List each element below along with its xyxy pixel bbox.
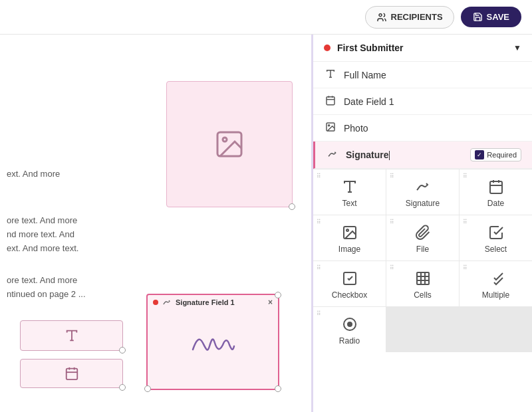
grid-date-label: Date (487, 199, 504, 208)
signature-header-icon (162, 298, 172, 307)
grid-cells-label: Cells (414, 290, 432, 300)
grid-date-icon (488, 179, 504, 195)
grid-text-icon (342, 179, 358, 195)
drag-handle-cells: ⠿ (390, 264, 394, 271)
grid-item-cells[interactable]: ⠿ Cells (386, 261, 459, 306)
drag-handle-file: ⠿ (390, 219, 394, 225)
svg-point-16 (329, 125, 330, 126)
sig-resize-bl[interactable] (144, 385, 151, 392)
svg-point-24 (346, 229, 348, 231)
grid-item-multiple[interactable]: ⠿ Multiple (460, 261, 532, 306)
svg-rect-11 (327, 97, 334, 105)
grid-item-file[interactable]: ⠿ File (386, 215, 459, 260)
recipients-icon (376, 12, 387, 23)
signature-icon (326, 149, 339, 161)
drag-handle-multiple: ⠿ (463, 264, 467, 271)
grid-item-date[interactable]: ⠿ Date (460, 169, 532, 215)
signature-drawing (186, 326, 239, 360)
grid-item-select[interactable]: ⠿ Select (460, 215, 532, 260)
fields-grid: ⠿ Text ⠿ Signature ⠿ (313, 169, 532, 352)
signature-field-label: Signature Field 1 (176, 298, 235, 306)
text-field-icon (65, 328, 79, 343)
sig-resize-tr[interactable] (275, 292, 281, 298)
field-row-photo[interactable]: Photo (313, 115, 532, 142)
submitter-row[interactable]: First Submitter ▼ (313, 35, 532, 62)
sig-resize-br[interactable] (275, 385, 281, 392)
canvas-image-placeholder (166, 81, 293, 207)
grid-signature-icon (415, 179, 431, 195)
save-button[interactable]: SAVE (461, 7, 521, 27)
photo-icon (324, 122, 337, 134)
fullname-label: Full Name (344, 70, 386, 80)
resize-handle-text-br[interactable] (119, 347, 126, 354)
right-panel: First Submitter ▼ Full Name Date Field 1 (313, 35, 532, 412)
grid-select-icon (488, 225, 504, 241)
svg-point-32 (348, 322, 352, 326)
grid-signature-label: Signature (406, 199, 440, 208)
drag-handle-date: ⠿ (463, 173, 467, 179)
drag-handle-image: ⠿ (317, 219, 321, 225)
text-cursor (389, 151, 390, 160)
canvas-date-field[interactable] (20, 359, 123, 388)
canvas-signature-field[interactable]: Signature Field 1 × (146, 294, 279, 390)
svg-rect-19 (490, 181, 502, 193)
grid-file-icon (415, 225, 431, 241)
grid-item-radio[interactable]: ⠿ Radio (313, 307, 386, 352)
resize-handle-date-br[interactable] (119, 384, 126, 391)
grid-multiple-icon (488, 270, 504, 286)
grid-checkbox-icon (342, 270, 358, 286)
grid-file-label: File (416, 245, 429, 254)
image-placeholder-icon (213, 128, 245, 160)
grid-item-text[interactable]: ⠿ Text (313, 169, 386, 215)
required-check: ✓ (475, 150, 484, 159)
canvas-text-field[interactable] (20, 320, 123, 351)
signature-label: Signature (346, 150, 390, 160)
recipients-label: RECIPIENTS (391, 12, 443, 22)
date-label: Date Field 1 (344, 96, 394, 107)
canvas-text-3: ore text. And morentinued on page 2 ... (7, 274, 86, 302)
grid-item-image[interactable]: ⠿ Image (313, 215, 386, 260)
required-text: Required (487, 151, 517, 159)
date-field-icon (65, 366, 79, 381)
svg-rect-5 (66, 369, 77, 380)
field-row-date[interactable]: Date Field 1 (313, 88, 532, 115)
signature-field-header: Signature Field 1 × (148, 295, 278, 310)
drag-handle-signature: ⠿ (390, 173, 394, 179)
grid-multiple-label: Multiple (482, 290, 509, 300)
drag-handle-text: ⠿ (317, 173, 321, 179)
drag-handle-select: ⠿ (463, 219, 467, 225)
save-label: SAVE (487, 12, 509, 22)
grid-checkbox-label: Checkbox (332, 290, 367, 300)
grid-item-signature[interactable]: ⠿ Signature (386, 169, 459, 215)
canvas-area: ext. And more ore text. And morend more … (0, 35, 311, 412)
drag-handle-radio: ⠿ (317, 310, 321, 317)
grid-text-label: Text (342, 199, 356, 208)
grid-select-label: Select (485, 245, 507, 254)
drag-handle-checkbox: ⠿ (317, 264, 321, 271)
signature-field-body (148, 310, 278, 376)
required-badge: ✓ Required (470, 148, 521, 161)
canvas-text-2: ore text. And morend more text. Andext. … (7, 214, 78, 255)
svg-rect-26 (417, 272, 429, 284)
field-row-fullname[interactable]: Full Name (313, 62, 532, 88)
grid-radio-label: Radio (339, 336, 360, 346)
signature-field-dot (153, 300, 158, 305)
date-icon (324, 95, 337, 108)
recipients-button[interactable]: RECIPIENTS (365, 6, 454, 29)
field-row-signature[interactable]: Signature ✓ Required (313, 142, 532, 169)
submitter-name: First Submitter (337, 43, 513, 53)
submitter-arrow: ▼ (513, 43, 521, 52)
submitter-dot (324, 45, 331, 51)
grid-image-icon (342, 225, 358, 241)
svg-point-2 (223, 138, 227, 142)
photo-label: Photo (344, 123, 368, 134)
fullname-icon (324, 68, 337, 81)
svg-point-0 (379, 13, 382, 16)
signature-field-close[interactable]: × (268, 298, 273, 307)
grid-cells-icon (415, 270, 431, 286)
header: RECIPIENTS SAVE (0, 0, 532, 35)
canvas-text-1: ext. And more (7, 167, 60, 181)
save-icon (473, 12, 483, 22)
grid-item-checkbox[interactable]: ⠿ Checkbox (313, 261, 386, 306)
resize-handle-br[interactable] (289, 203, 295, 210)
